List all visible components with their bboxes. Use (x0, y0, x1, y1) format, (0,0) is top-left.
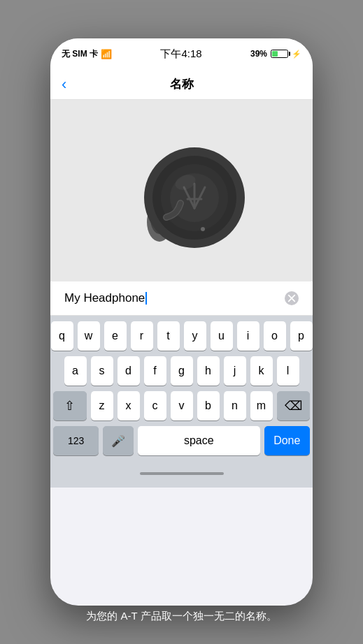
done-key[interactable]: Done (264, 426, 310, 455)
keyboard-row-4: 123 🎤 space Done (53, 426, 310, 455)
key-y[interactable]: y (184, 321, 206, 351)
key-n[interactable]: n (224, 391, 246, 420)
bottom-bar (50, 464, 313, 488)
keyboard-row-3: ⇧ z x c v b n m ⌫ (53, 391, 310, 420)
key-k[interactable]: k (250, 356, 273, 386)
mic-key[interactable]: 🎤 (103, 426, 134, 455)
shift-key[interactable]: ⇧ (53, 391, 87, 420)
product-image-area (50, 100, 313, 281)
keyboard: q w e r t y u i o p a s d f g h j k l ⇧ … (50, 316, 313, 464)
status-left: 无 SIM 卡 📶 (62, 48, 112, 60)
name-input-display[interactable]: My Headphone (64, 291, 285, 305)
status-right: 39% ⚡ (250, 49, 301, 59)
delete-key[interactable]: ⌫ (277, 391, 311, 420)
key-j[interactable]: j (224, 356, 246, 386)
svg-point-10 (201, 227, 205, 231)
back-button[interactable]: ‹ (62, 75, 66, 94)
key-u[interactable]: u (211, 321, 233, 351)
input-area: My Headphone (50, 281, 313, 316)
sim-label: 无 SIM 卡 (62, 48, 98, 60)
key-o[interactable]: o (264, 321, 286, 351)
charging-icon: ⚡ (292, 50, 301, 59)
key-p[interactable]: p (290, 321, 313, 351)
numbers-key[interactable]: 123 (53, 426, 99, 455)
battery-percent: 39% (250, 49, 267, 59)
key-l[interactable]: l (277, 356, 299, 386)
key-h[interactable]: h (197, 356, 220, 386)
phone-frame: 无 SIM 卡 📶 下午4:18 39% ⚡ ‹ 名称 (50, 38, 313, 606)
nav-bar: ‹ 名称 (50, 69, 313, 100)
battery-fill (272, 51, 278, 57)
space-key[interactable]: space (138, 426, 260, 455)
keyboard-row-1: q w e r t y u i o p (53, 321, 310, 351)
keyboard-row-2: a s d f g h j k l (53, 356, 310, 386)
key-a[interactable]: a (64, 356, 87, 386)
key-z[interactable]: z (91, 391, 113, 420)
key-d[interactable]: d (118, 356, 140, 386)
status-time: 下午4:18 (160, 47, 201, 61)
key-w[interactable]: w (78, 321, 100, 351)
key-e[interactable]: e (104, 321, 127, 351)
key-r[interactable]: r (131, 321, 153, 351)
text-cursor (145, 292, 147, 305)
key-g[interactable]: g (171, 356, 193, 386)
key-c[interactable]: c (144, 391, 166, 420)
footer-text: 为您的 A-T 产品取一个独一无二的名称。 (86, 610, 276, 623)
key-q[interactable]: q (51, 321, 73, 351)
battery-icon (271, 50, 288, 58)
clear-button[interactable] (285, 291, 299, 305)
key-b[interactable]: b (197, 391, 220, 420)
home-indicator (140, 472, 224, 475)
page-title: 名称 (170, 76, 194, 92)
status-bar: 无 SIM 卡 📶 下午4:18 39% ⚡ (50, 38, 313, 69)
key-v[interactable]: v (171, 391, 193, 420)
key-f[interactable]: f (144, 356, 166, 386)
earphone-image (112, 121, 252, 261)
wifi-icon: 📶 (101, 49, 112, 59)
key-s[interactable]: s (91, 356, 113, 386)
key-t[interactable]: t (157, 321, 180, 351)
key-i[interactable]: i (237, 321, 259, 351)
key-m[interactable]: m (250, 391, 273, 420)
input-text: My Headphone (64, 291, 145, 305)
key-x[interactable]: x (118, 391, 140, 420)
